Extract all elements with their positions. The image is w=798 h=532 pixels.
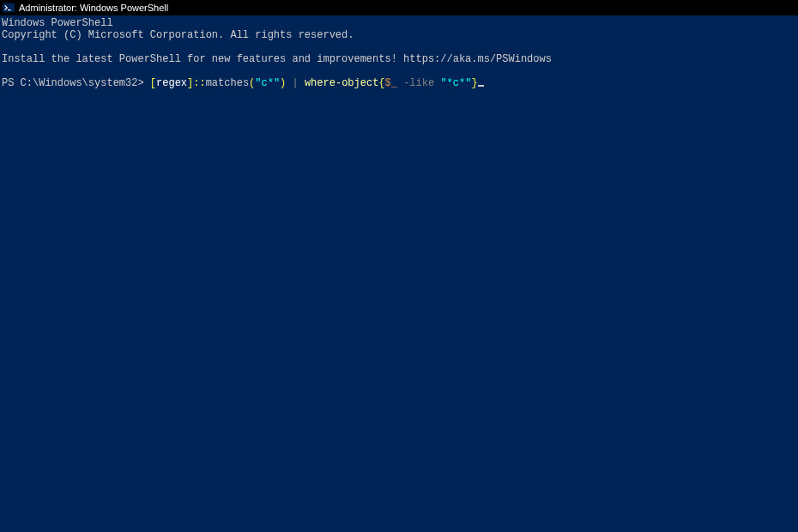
- string-pattern: "*c*": [440, 77, 471, 89]
- pipeline-var: $_: [385, 77, 397, 89]
- banner-line: Copyright (C) Microsoft Corporation. All…: [2, 29, 796, 41]
- space: [299, 77, 305, 89]
- powershell-icon: [3, 2, 15, 14]
- bracket-open: [: [150, 77, 156, 89]
- cmdlet-name: where-object: [305, 77, 378, 89]
- prompt-gt: >: [137, 77, 149, 89]
- pipe-operator: |: [293, 77, 299, 89]
- banner-line: Windows PowerShell: [2, 17, 796, 29]
- brace-open: {: [378, 77, 384, 89]
- install-hint: Install the latest PowerShell for new fe…: [2, 53, 796, 65]
- type-name: regex: [156, 77, 187, 89]
- like-operator: -like: [397, 77, 440, 89]
- bracket-close-scope: ]::: [187, 77, 206, 89]
- svg-rect-0: [3, 3, 15, 13]
- prompt-line[interactable]: PS C:\Windows\system32> [regex]::matches…: [2, 77, 796, 89]
- method-name: matches: [206, 77, 249, 89]
- brace-close: }: [471, 77, 477, 89]
- blank-line: [2, 65, 796, 77]
- text-cursor: [478, 85, 484, 87]
- string-arg: "c*": [255, 77, 280, 89]
- blank-line: [2, 41, 796, 53]
- window-titlebar[interactable]: Administrator: Windows PowerShell: [0, 0, 798, 15]
- prompt-ps: PS: [2, 77, 21, 89]
- paren-close: ): [280, 77, 292, 89]
- terminal-area[interactable]: Windows PowerShellCopyright (C) Microsof…: [0, 15, 798, 532]
- prompt-path: C:\Windows\system32: [21, 77, 138, 89]
- window-title: Administrator: Windows PowerShell: [19, 3, 168, 13]
